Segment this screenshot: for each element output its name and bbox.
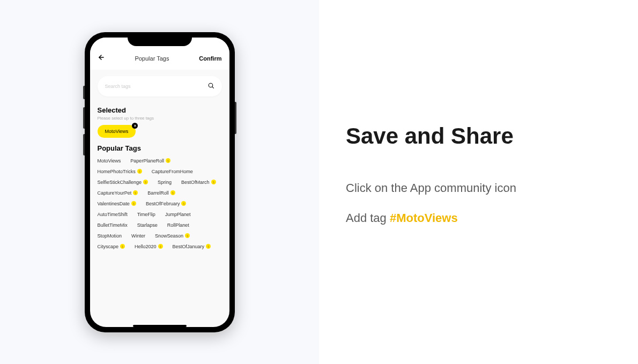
tag-item[interactable]: JumpPlanet bbox=[165, 212, 191, 217]
phone-frame: Popular Tags Confirm Search tags Selecte… bbox=[85, 32, 235, 332]
prize-icon: $ bbox=[158, 244, 163, 249]
tag-label: RollPlanet bbox=[167, 222, 189, 228]
phone-screen: Popular Tags Confirm Search tags Selecte… bbox=[90, 38, 229, 327]
selected-tag-label: MotoViews bbox=[98, 125, 136, 138]
selected-subtitle: Please select up to three tags bbox=[98, 116, 222, 121]
selected-tag-chip[interactable]: MotoViews ✕ bbox=[98, 125, 136, 138]
heading: Save and Share bbox=[346, 123, 611, 149]
prize-icon: $ bbox=[133, 190, 138, 195]
tag-label: Hello2020 bbox=[135, 244, 157, 249]
tag-item[interactable]: SelfieStickChallenge$ bbox=[98, 180, 149, 185]
tag-label: BarrelRoll bbox=[147, 190, 169, 196]
tag-label: PaperPlaneRoll bbox=[130, 158, 164, 164]
tags-grid: MotoViewsPaperPlaneRoll$HomePhotoTricks$… bbox=[90, 154, 229, 249]
tag-label: Winter bbox=[131, 233, 145, 239]
tag-item[interactable]: BestOfJanuary$ bbox=[173, 244, 211, 249]
popular-section: Popular Tags bbox=[90, 141, 229, 152]
app-header: Popular Tags Confirm bbox=[90, 38, 229, 70]
tag-item[interactable]: AutoTimeShift bbox=[98, 212, 128, 217]
prize-icon: $ bbox=[211, 180, 216, 184]
tag-item[interactable]: BestOfMarch$ bbox=[181, 180, 216, 185]
tag-item[interactable]: Spring bbox=[158, 180, 172, 185]
search-input[interactable]: Search tags bbox=[98, 76, 222, 96]
tag-item[interactable]: HomePhotoTricks$ bbox=[98, 169, 142, 174]
selected-title: Selected bbox=[98, 106, 222, 114]
tag-label: BestOfMarch bbox=[181, 180, 210, 185]
tag-item[interactable]: TimeFlip bbox=[137, 212, 155, 217]
tag-label: HomePhotoTricks bbox=[98, 169, 136, 174]
prize-icon: $ bbox=[170, 190, 175, 195]
tag-label: BulletTimeMix bbox=[98, 222, 128, 228]
prize-icon: $ bbox=[131, 201, 136, 206]
tag-item[interactable]: CaptureFromHome bbox=[152, 169, 193, 174]
tag-item[interactable]: RollPlanet bbox=[167, 222, 189, 228]
tag-label: AutoTimeShift bbox=[98, 212, 128, 217]
search-icon bbox=[207, 81, 214, 91]
tag-label: Cityscape bbox=[98, 244, 119, 249]
tag-item[interactable]: MotoViews bbox=[98, 158, 121, 164]
close-icon: ✕ bbox=[133, 124, 137, 128]
prize-icon: $ bbox=[206, 244, 211, 249]
side-button bbox=[83, 134, 85, 155]
tag-label: CaptureYourPet bbox=[98, 190, 132, 196]
tag-item[interactable]: BestOfFebruary$ bbox=[146, 201, 187, 206]
tag-item[interactable]: BarrelRoll$ bbox=[147, 190, 175, 196]
tag-item[interactable]: ValentinesDate$ bbox=[98, 201, 136, 206]
side-button bbox=[83, 86, 85, 99]
tag-label: CaptureFromHome bbox=[152, 169, 193, 174]
instruction-2-prefix: Add tag bbox=[346, 211, 390, 225]
arrow-left-icon bbox=[98, 54, 105, 61]
prize-icon: $ bbox=[120, 244, 125, 249]
tag-label: StopMotion bbox=[98, 233, 122, 239]
instruction-2: Add tag #MotoViews bbox=[346, 211, 611, 225]
tag-label: SelfieStickChallenge bbox=[98, 180, 142, 185]
confirm-button[interactable]: Confirm bbox=[199, 55, 221, 62]
tag-item[interactable]: Starlapse bbox=[137, 222, 158, 228]
tag-label: MotoViews bbox=[98, 158, 121, 164]
tag-item[interactable]: SnowSeason$ bbox=[155, 233, 190, 239]
tag-item[interactable]: CaptureYourPet$ bbox=[98, 190, 138, 196]
tag-label: BestOfJanuary bbox=[173, 244, 205, 249]
tag-item[interactable]: Winter bbox=[131, 233, 145, 239]
instruction-1: Click on the App community icon bbox=[346, 181, 611, 195]
instruction-2-highlight: #MotoViews bbox=[390, 211, 458, 225]
tag-item[interactable]: StopMotion bbox=[98, 233, 122, 239]
side-button bbox=[235, 102, 236, 134]
tag-label: Starlapse bbox=[137, 222, 158, 228]
side-button bbox=[83, 107, 85, 129]
right-panel: Save and Share Click on the App communit… bbox=[319, 0, 638, 364]
prize-icon: $ bbox=[137, 169, 142, 174]
tag-label: TimeFlip bbox=[137, 212, 155, 217]
tag-label: SnowSeason bbox=[155, 233, 183, 239]
tag-item[interactable]: Hello2020$ bbox=[135, 244, 163, 249]
tag-item[interactable]: PaperPlaneRoll$ bbox=[130, 158, 170, 164]
back-button[interactable] bbox=[98, 54, 105, 63]
search-placeholder: Search tags bbox=[105, 84, 131, 89]
svg-line-2 bbox=[212, 86, 213, 87]
prize-icon: $ bbox=[185, 233, 190, 238]
tag-item[interactable]: Cityscape$ bbox=[98, 244, 125, 249]
tag-label: BestOfFebruary bbox=[146, 201, 180, 206]
prize-icon: $ bbox=[181, 201, 186, 206]
prize-icon: $ bbox=[143, 180, 148, 184]
left-panel: Popular Tags Confirm Search tags Selecte… bbox=[0, 0, 319, 364]
tag-label: ValentinesDate bbox=[98, 201, 130, 206]
prize-icon: $ bbox=[166, 158, 170, 163]
popular-title: Popular Tags bbox=[98, 144, 222, 152]
selected-section: Selected Please select up to three tags … bbox=[90, 103, 229, 141]
remove-tag-button[interactable]: ✕ bbox=[132, 123, 138, 129]
tag-label: Spring bbox=[158, 180, 172, 185]
page-title: Popular Tags bbox=[135, 55, 169, 62]
tag-item[interactable]: BulletTimeMix bbox=[98, 222, 128, 228]
tag-label: JumpPlanet bbox=[165, 212, 191, 217]
